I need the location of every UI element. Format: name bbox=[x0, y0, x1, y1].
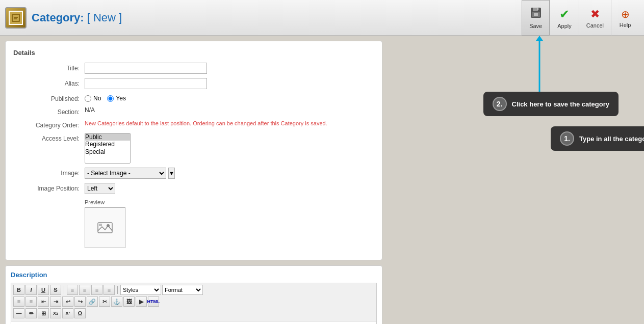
tooltip1-text: Type in all the category details bbox=[579, 135, 644, 143]
underline-button[interactable]: U bbox=[38, 285, 49, 295]
outdent-button[interactable]: ⇤ bbox=[38, 296, 49, 307]
app-logo bbox=[5, 7, 27, 29]
title-row: Title: bbox=[13, 63, 374, 74]
alias-label: Alias: bbox=[13, 78, 85, 87]
superscript-button[interactable]: X² bbox=[62, 308, 73, 318]
tooltip1: 1. Type in all the category details bbox=[551, 126, 644, 151]
access-level-listbox[interactable]: Public Registered Special bbox=[85, 133, 131, 164]
editor-toolbar-row1: B I U S ≡ ≡ ≡ ≡ Styles Format bbox=[13, 285, 374, 295]
italic-button[interactable]: I bbox=[25, 285, 37, 295]
indent-button[interactable]: ⇥ bbox=[50, 296, 61, 307]
description-editor[interactable] bbox=[11, 321, 377, 324]
svg-rect-5 bbox=[533, 8, 538, 11]
cancel-label: Cancel bbox=[586, 22, 604, 29]
category-order-row: Category Order: New Categories default t… bbox=[13, 120, 374, 129]
svg-rect-2 bbox=[14, 17, 18, 18]
image-select-btn[interactable]: ▼ bbox=[168, 168, 175, 179]
image-row: Image: - Select Image - ▼ bbox=[13, 168, 374, 179]
save-button[interactable]: Save bbox=[522, 0, 550, 36]
access-level-control: Public Registered Special bbox=[85, 133, 374, 164]
tooltip2-number: 2. bbox=[493, 97, 507, 111]
section-value: N/A bbox=[85, 104, 95, 114]
ul-button[interactable]: ≡ bbox=[13, 296, 24, 307]
link-button[interactable]: 🔗 bbox=[87, 296, 98, 307]
section-control: N/A bbox=[85, 106, 374, 114]
toolbar-sep2 bbox=[117, 286, 118, 294]
undo-button[interactable]: ↩ bbox=[62, 296, 73, 307]
radio-no[interactable] bbox=[85, 95, 91, 102]
bold-button[interactable]: B bbox=[13, 285, 24, 295]
radio-no-text: No bbox=[93, 95, 101, 102]
image-control: - Select Image - ▼ bbox=[85, 168, 374, 179]
editor-toolbar-row3: — ✏ ⊞ X₂ X² Ω bbox=[13, 308, 374, 318]
html-button[interactable]: HTML bbox=[148, 296, 159, 307]
align-left-button[interactable]: ≡ bbox=[67, 285, 78, 295]
page-subtitle: [ New ] bbox=[87, 11, 122, 24]
image-position-row: Image Position: Left Right bbox=[13, 183, 374, 194]
preview-spacer bbox=[13, 198, 85, 200]
media-button[interactable]: ▶ bbox=[136, 296, 147, 307]
toolbar-actions: Save ✔ Apply ✖ Cancel ⊕ Help bbox=[522, 0, 639, 36]
preview-box bbox=[85, 207, 125, 248]
details-title: Details bbox=[13, 49, 374, 57]
apply-label: Apply bbox=[557, 23, 572, 29]
image-position-control: Left Right bbox=[85, 183, 374, 194]
access-option-special[interactable]: Special bbox=[85, 148, 130, 155]
alias-input[interactable] bbox=[85, 78, 207, 89]
svg-rect-8 bbox=[537, 8, 538, 10]
table-button[interactable]: ⊞ bbox=[38, 308, 49, 318]
title-input[interactable] bbox=[85, 63, 207, 74]
styles-select[interactable]: Styles bbox=[120, 285, 161, 295]
access-level-row: Access Level: Public Registered Special bbox=[13, 133, 374, 164]
cancel-icon: ✖ bbox=[590, 8, 600, 21]
redo-button[interactable]: ↪ bbox=[74, 296, 86, 307]
title-label: Title: bbox=[13, 63, 85, 72]
radio-no-label[interactable]: No bbox=[85, 95, 101, 102]
align-justify-button[interactable]: ≡ bbox=[104, 285, 115, 295]
published-label: Published: bbox=[13, 93, 85, 102]
svg-rect-11 bbox=[99, 224, 102, 226]
subscript-button[interactable]: X₂ bbox=[50, 308, 61, 318]
access-level-label: Access Level: bbox=[13, 133, 85, 142]
arrow-svg bbox=[440, 36, 644, 138]
format-select[interactable]: Format bbox=[162, 285, 203, 295]
toolbar: Category: [ New ] Save ✔ Apply ✖ Cancel bbox=[0, 0, 644, 36]
save-disk-icon bbox=[530, 7, 542, 19]
radio-yes[interactable] bbox=[107, 95, 114, 102]
editor-toolbar: B I U S ≡ ≡ ≡ ≡ Styles Format bbox=[11, 283, 377, 321]
strikethrough-button[interactable]: S bbox=[50, 285, 61, 295]
image-label: Image: bbox=[13, 168, 85, 177]
access-option-registered[interactable]: Registered bbox=[85, 141, 130, 148]
alias-control bbox=[85, 78, 374, 89]
image-position-label: Image Position: bbox=[13, 183, 85, 192]
help-button[interactable]: ⊕ Help bbox=[611, 0, 639, 36]
tooltip1-number: 1. bbox=[560, 131, 574, 146]
preview-control: Preview bbox=[85, 198, 374, 248]
align-center-button[interactable]: ≡ bbox=[79, 285, 90, 295]
unlink-button[interactable]: ✂ bbox=[99, 296, 110, 307]
title-control bbox=[85, 63, 374, 74]
radio-yes-label[interactable]: Yes bbox=[107, 95, 126, 102]
image-select[interactable]: - Select Image - bbox=[85, 168, 166, 179]
editor-toolbar-row2: ≡ ≡ ⇤ ⇥ ↩ ↪ 🔗 ✂ ⚓ 🖼 ▶ HTML bbox=[13, 296, 374, 307]
left-panel: Details Title: Alias: Published: bbox=[0, 36, 388, 324]
image-position-select[interactable]: Left Right bbox=[85, 183, 115, 194]
right-panel: 1. Type in all the category details 2. C… bbox=[388, 36, 644, 324]
apply-button[interactable]: ✔ Apply bbox=[550, 0, 579, 36]
details-card: Details Title: Alias: Published: bbox=[5, 41, 382, 260]
eraser-button[interactable]: ✏ bbox=[25, 308, 37, 318]
anchor-button[interactable]: ⚓ bbox=[111, 296, 122, 307]
cancel-button[interactable]: ✖ Cancel bbox=[579, 0, 611, 36]
svg-rect-7 bbox=[534, 13, 538, 16]
image-button[interactable]: 🖼 bbox=[123, 296, 135, 307]
ol-button[interactable]: ≡ bbox=[25, 296, 37, 307]
preview-label: Preview bbox=[85, 199, 374, 205]
radio-yes-text: Yes bbox=[116, 95, 126, 102]
access-option-public[interactable]: Public bbox=[85, 133, 130, 141]
hr-button[interactable]: — bbox=[13, 308, 24, 318]
apply-icon: ✔ bbox=[559, 7, 570, 21]
special-char-button[interactable]: Ω bbox=[74, 308, 86, 318]
tooltip2: 2. Click here to save the category bbox=[483, 92, 619, 116]
page-title: Category: bbox=[32, 11, 84, 24]
align-right-button[interactable]: ≡ bbox=[91, 285, 102, 295]
